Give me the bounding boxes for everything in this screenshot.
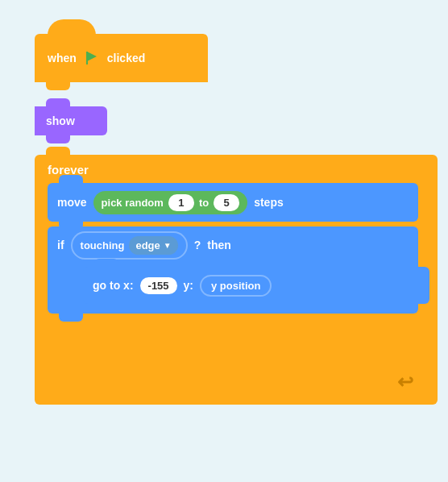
random-max-input[interactable]: 5 (214, 194, 239, 211)
inner-blocks: move pick random 1 to 5 steps if touchin… (48, 183, 425, 314)
show-label: show (46, 114, 75, 127)
then-label: then (207, 239, 231, 251)
pick-random-label: pick random (102, 197, 164, 209)
random-min-input[interactable]: 1 (168, 194, 194, 211)
goto-block[interactable]: go to x: -155 y: y position (83, 267, 429, 304)
touching-label: touching (81, 239, 125, 251)
scratch-workspace: when clicked show forever move pick rand… (15, 11, 433, 471)
when-label: when (48, 52, 77, 64)
dropdown-arrow-icon: ▼ (164, 241, 172, 250)
if-block[interactable]: if touching edge ▼ ? then go to x: (48, 226, 418, 314)
svg-marker-0 (87, 52, 97, 61)
move-label: move (57, 196, 87, 209)
repeat-arrow-icon: ↩ (397, 371, 413, 393)
touching-condition[interactable]: touching edge ▼ (71, 231, 188, 260)
x-value-input[interactable]: -155 (140, 277, 177, 294)
y-position-label: y position (211, 280, 260, 292)
edge-dropdown[interactable]: edge ▼ (129, 236, 177, 255)
move-block[interactable]: move pick random 1 to 5 steps (48, 183, 418, 222)
if-label: if (57, 239, 64, 251)
goto-label: go to x: (93, 279, 134, 292)
pick-random-block[interactable]: pick random 1 to 5 (93, 191, 248, 214)
when-clicked-block[interactable]: when clicked (35, 34, 208, 82)
to-label: to (199, 197, 209, 209)
show-block[interactable]: show (35, 106, 107, 135)
steps-label: steps (254, 196, 284, 209)
edge-label: edge (135, 239, 160, 251)
question-label: ? (194, 239, 201, 251)
clicked-label: clicked (107, 52, 145, 64)
if-inner: go to x: -155 y: y position (57, 264, 409, 307)
flag-icon (83, 49, 101, 67)
y-label: y: (184, 279, 193, 292)
forever-block[interactable]: forever move pick random 1 to 5 steps if (35, 155, 438, 405)
y-position-pill[interactable]: y position (200, 275, 272, 297)
